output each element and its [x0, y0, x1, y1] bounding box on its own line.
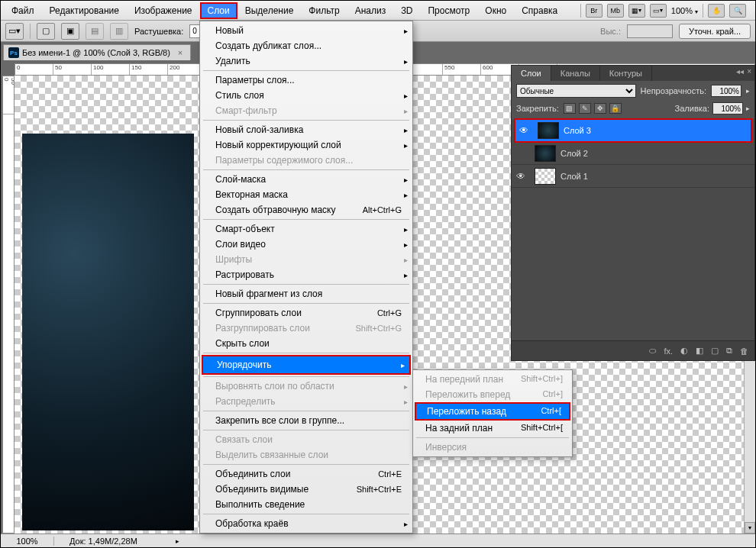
menu-item[interactable]: Слои видео▸: [200, 237, 412, 252]
menu-item[interactable]: Удалить▸: [200, 53, 412, 69]
submenu-item[interactable]: На задний планShift+Ctrl+[: [413, 421, 572, 436]
menu-item[interactable]: Создать дубликат слоя...: [200, 38, 412, 53]
lock-pixels-icon[interactable]: ✎: [579, 103, 591, 114]
menu-item[interactable]: Растрировать▸: [200, 267, 412, 282]
layer-row[interactable]: Слой 2: [512, 142, 754, 165]
new-layer-icon[interactable]: ⧉: [726, 346, 732, 356]
divider: [703, 4, 703, 18]
panel-collapse-icon[interactable]: ◂◂: [736, 67, 744, 79]
menu-layers[interactable]: Слои: [200, 2, 237, 19]
menu-filter[interactable]: Фильтр: [301, 2, 347, 19]
menu-window[interactable]: Окно: [477, 2, 514, 19]
opacity-input[interactable]: [711, 85, 741, 97]
menu-item[interactable]: Сгруппировать слоиCtrl+G: [200, 305, 412, 321]
menu-item: Выделить связанные слои: [200, 447, 412, 463]
bridge-button[interactable]: Br: [586, 4, 603, 18]
scroll-down-icon[interactable]: ▾: [745, 522, 755, 533]
layer-row[interactable]: 👁Слой 3: [515, 119, 751, 142]
layer-name[interactable]: Слой 1: [561, 172, 754, 181]
menu-item[interactable]: Смарт-объект▸: [200, 221, 412, 237]
blend-mode-select[interactable]: Обычные: [516, 84, 636, 98]
lock-all-icon[interactable]: 🔒: [609, 103, 622, 114]
fill-slider-icon[interactable]: ▸: [746, 105, 750, 112]
panel-close-icon[interactable]: ×: [747, 67, 751, 79]
link-icon[interactable]: ⬭: [649, 346, 656, 356]
menu-analysis[interactable]: Анализ: [347, 2, 394, 19]
menu-image[interactable]: Изображение: [127, 2, 200, 19]
opacity-label: Непрозрачность:: [641, 86, 706, 95]
menu-3d[interactable]: 3D: [393, 2, 420, 19]
opacity-slider-icon[interactable]: ▸: [746, 87, 750, 95]
tab-layers[interactable]: Слои: [512, 66, 551, 81]
menu-item: Смарт-фильтр▸: [200, 103, 412, 118]
menu-item[interactable]: Векторная маска▸: [200, 187, 412, 202]
ruler-vertical: 050100150200250300350400450500550600: [2, 76, 15, 533]
selection-add-icon[interactable]: ▣: [61, 23, 79, 40]
tool-preset-icon[interactable]: ▭▾: [5, 23, 24, 40]
selection-new-icon[interactable]: ▢: [37, 23, 55, 40]
selection-sub-icon[interactable]: ▤: [86, 23, 104, 40]
menu-item[interactable]: Создать обтравочную маскуAlt+Ctrl+G: [200, 202, 412, 218]
layers-list: 👁Слой 3Слой 2👁Слой 1: [512, 119, 754, 188]
hand-tool-icon[interactable]: ✋: [708, 4, 725, 18]
menu-item[interactable]: Новый слой-заливка▸: [200, 122, 412, 137]
delete-icon[interactable]: 🗑: [740, 347, 748, 356]
image-content: [22, 134, 194, 530]
mask-icon[interactable]: ◐: [680, 346, 688, 356]
layer-name[interactable]: Слой 3: [564, 126, 751, 135]
visibility-icon[interactable]: 👁: [515, 125, 533, 136]
status-docsize: Док: 1,49M/2,28M: [54, 537, 153, 546]
menu-item[interactable]: Объединить видимыеShift+Ctrl+E: [200, 482, 412, 497]
menu-select[interactable]: Выделение: [237, 2, 302, 19]
menu-item[interactable]: Слой-маска▸: [200, 172, 412, 187]
menu-item[interactable]: Упорядочить▸: [202, 355, 411, 375]
layers-panel: Слои Каналы Контуры ◂◂ × Обычные Непрозр…: [511, 65, 755, 361]
layer-thumbnail[interactable]: [538, 122, 559, 139]
lock-label: Закрепить:: [516, 104, 559, 113]
menu-item[interactable]: Параметры слоя...: [200, 73, 412, 88]
zoom-level[interactable]: 100% ▾: [671, 6, 698, 15]
menu-item[interactable]: Закрепить все слои в группе...: [200, 413, 412, 428]
menu-item: Параметры содержимого слоя...: [200, 153, 412, 168]
menu-item[interactable]: Скрыть слои: [200, 336, 412, 351]
arrange-button[interactable]: ▭▾: [650, 4, 667, 18]
screen-mode-button[interactable]: ▦▾: [628, 4, 645, 18]
close-icon[interactable]: ×: [178, 48, 183, 57]
menu-item[interactable]: Обработка краёв▸: [200, 516, 412, 531]
menu-item[interactable]: Новый фрагмент из слоя: [200, 286, 412, 301]
fill-label: Заливка:: [675, 104, 709, 113]
visibility-icon[interactable]: 👁: [512, 171, 530, 182]
submenu-item: На передний планShift+Ctrl+]: [413, 372, 572, 387]
adjustment-icon[interactable]: ◧: [696, 346, 703, 356]
selection-intersect-icon[interactable]: ▥: [110, 23, 128, 40]
tab-channels[interactable]: Каналы: [551, 66, 600, 81]
menu-item[interactable]: Стиль слоя▸: [200, 88, 412, 103]
height-input[interactable]: [627, 24, 673, 38]
layer-thumbnail[interactable]: [535, 168, 556, 185]
status-zoom[interactable]: 100%: [1, 537, 54, 546]
lock-position-icon[interactable]: ✥: [594, 103, 606, 114]
menu-edit[interactable]: Редактирование: [42, 2, 127, 19]
lock-transparency-icon[interactable]: ▨: [564, 103, 576, 114]
menu-item[interactable]: Новый▸: [200, 23, 412, 38]
menu-help[interactable]: Справка: [514, 2, 565, 19]
refine-edge-button[interactable]: Уточн. край...: [679, 24, 751, 39]
menu-item[interactable]: Новый корректирующий слой▸: [200, 137, 412, 153]
minibridge-button[interactable]: Mb: [607, 4, 624, 18]
menu-item[interactable]: Выполнить сведение: [200, 497, 412, 512]
layer-thumbnail[interactable]: [535, 145, 556, 162]
menu-file[interactable]: Файл: [4, 2, 42, 19]
layer-name[interactable]: Слой 2: [561, 149, 754, 158]
zoom-tool-icon[interactable]: 🔍: [729, 4, 746, 18]
group-icon[interactable]: ▢: [711, 346, 719, 356]
divider: [30, 24, 31, 39]
submenu-item[interactable]: Переложить назадCtrl+[: [415, 402, 570, 421]
status-menu-icon[interactable]: ▸: [176, 537, 179, 545]
fx-icon[interactable]: fx.: [664, 347, 673, 356]
menu-view[interactable]: Просмотр: [420, 2, 477, 19]
layer-row[interactable]: 👁Слой 1: [512, 165, 754, 188]
fill-input[interactable]: [712, 102, 743, 114]
document-tab[interactable]: Ps Без имени-1 @ 100% (Слой 3, RGB/8) ×: [3, 44, 191, 60]
tab-paths[interactable]: Контуры: [600, 66, 652, 81]
menu-item[interactable]: Объединить слоиCtrl+E: [200, 466, 412, 482]
